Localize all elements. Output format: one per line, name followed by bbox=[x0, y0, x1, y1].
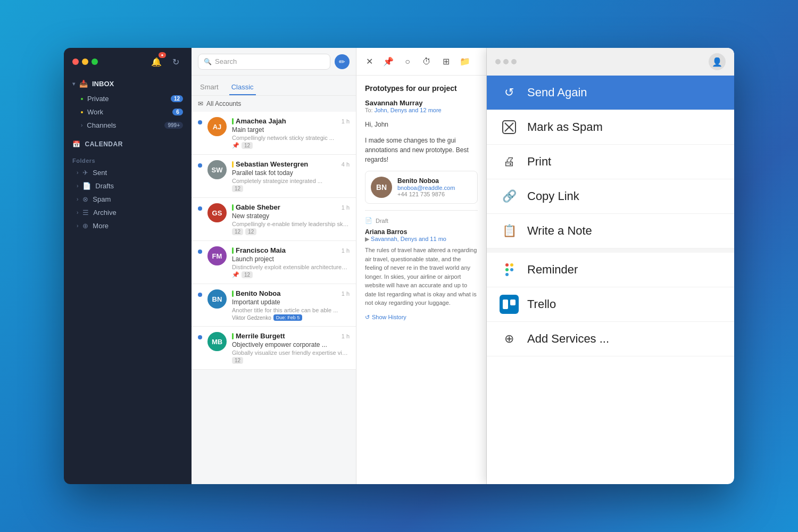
email-time: 4 h bbox=[342, 161, 350, 168]
folder-button[interactable]: 📁 bbox=[459, 55, 471, 68]
context-menu-add-services[interactable]: ⊕ Add Services ... bbox=[487, 322, 734, 356]
channels-label: Channels bbox=[87, 121, 116, 129]
email-item[interactable]: AJ Amachea Jajah 1 h Main target Compell… bbox=[192, 112, 356, 155]
email-meta: Viktor Gedzenko Due: Feb 5 bbox=[232, 314, 350, 321]
email-list-panel: 🔍 Search ✏ Smart Classic ✉ All Accounts … bbox=[192, 48, 356, 484]
traffic-lights bbox=[72, 59, 98, 65]
work-badge: 6 bbox=[172, 109, 183, 115]
minimize-button[interactable] bbox=[82, 59, 88, 65]
email-content: Merrile Burgett 1 h Objectively empower … bbox=[232, 332, 350, 364]
email-item[interactable]: MB Merrile Burgett 1 h Objectively empow… bbox=[192, 327, 356, 370]
unread-indicator bbox=[198, 163, 202, 168]
show-history-button[interactable]: ↺ Show History bbox=[365, 314, 478, 321]
to-recipients[interactable]: John, Denys and 12 more bbox=[375, 107, 442, 113]
sidebar-item-work[interactable]: Work 6 bbox=[64, 105, 192, 119]
channels-chevron-icon: › bbox=[81, 122, 82, 128]
sender-name: Savannah Murray bbox=[365, 99, 478, 107]
priority-indicator bbox=[232, 290, 234, 297]
write-note-icon: 📋 bbox=[500, 221, 519, 240]
context-menu-write-note[interactable]: 📋 Write a Note bbox=[487, 214, 734, 248]
email-envelope-icon: ✉ bbox=[198, 100, 203, 107]
spam-chevron-icon: › bbox=[77, 196, 78, 202]
menu-divider bbox=[487, 248, 734, 253]
inbox-label: INBOX bbox=[92, 80, 114, 88]
sidebar-item-channels[interactable]: › Channels 999+ bbox=[64, 119, 192, 132]
pin-button[interactable]: 📌 bbox=[382, 55, 395, 68]
email-subject: Parallel task fot today bbox=[232, 169, 350, 177]
sidebar-item-sent[interactable]: › ✈ Sent bbox=[64, 166, 192, 179]
tab-smart[interactable]: Smart bbox=[198, 80, 221, 95]
compose-button[interactable]: ✏ bbox=[335, 54, 350, 69]
unread-indicator bbox=[198, 250, 202, 254]
all-accounts-row: ✉ All Accounts bbox=[192, 96, 356, 112]
tab-classic[interactable]: Classic bbox=[229, 80, 256, 95]
email-item[interactable]: BN Benito Noboa 1 h Important update Ano… bbox=[192, 284, 356, 327]
private-badge: 12 bbox=[171, 95, 183, 102]
email-title: Prototypes for our project bbox=[365, 84, 478, 93]
email-item[interactable]: FM Francisco Maia 1 h Launch project Dis… bbox=[192, 241, 356, 284]
context-menu-header: 👤 bbox=[487, 48, 734, 76]
sidebar-item-more[interactable]: › ⊕ More bbox=[64, 219, 192, 232]
sidebar-item-archive[interactable]: › ☰ Archive bbox=[64, 206, 192, 219]
context-menu-send-again[interactable]: ↺ Send Again bbox=[487, 76, 734, 110]
refresh-button[interactable]: ↻ bbox=[168, 54, 183, 69]
draft-recipients[interactable]: Savannah, Denys and 11 mo bbox=[371, 236, 446, 242]
mark-spam-label: Mark as Spam bbox=[527, 120, 603, 134]
context-menu-mark-spam[interactable]: Mark as Spam bbox=[487, 110, 734, 145]
email-time: 1 h bbox=[342, 204, 350, 211]
email-item[interactable]: SW Sebastian Westergren 4 h Parallel tas… bbox=[192, 155, 356, 198]
avatar: AJ bbox=[207, 117, 227, 136]
close-button[interactable]: ✕ bbox=[363, 55, 376, 68]
context-menu-trello[interactable]: Trello bbox=[487, 287, 734, 322]
more-label: More bbox=[93, 222, 109, 230]
channels-badge: 999+ bbox=[164, 122, 183, 129]
maximize-button[interactable] bbox=[92, 59, 98, 65]
all-accounts-label: All Accounts bbox=[206, 100, 241, 107]
email-preview: Globally visualize user friendly experti… bbox=[232, 350, 350, 356]
email-count: 12 bbox=[232, 357, 243, 364]
email-time: 1 h bbox=[342, 333, 350, 339]
email-preview: Compellingly e-enable timely leadership … bbox=[232, 221, 350, 227]
email-count-2: 12 bbox=[245, 228, 256, 235]
circle-button[interactable]: ○ bbox=[401, 55, 414, 68]
archive-button[interactable]: ⊞ bbox=[439, 55, 452, 68]
sidebar-item-drafts[interactable]: › 📄 Drafts bbox=[64, 179, 192, 193]
email-time: 1 h bbox=[342, 118, 350, 124]
trello-icon bbox=[500, 295, 519, 314]
unread-indicator bbox=[198, 206, 202, 211]
context-menu-copy-link[interactable]: 🔗 Copy Link bbox=[487, 179, 734, 214]
email-list-header: 🔍 Search ✏ bbox=[192, 48, 356, 76]
email-meta: 12 12 bbox=[232, 228, 350, 235]
folders-label: Folders bbox=[64, 152, 192, 166]
email-sender: Benito Noboa bbox=[232, 289, 281, 297]
email-preview: Compellingly network sticky strategic ..… bbox=[232, 135, 350, 141]
sidebar-item-calendar[interactable]: 📅 CALENDAR bbox=[64, 136, 192, 152]
context-menu-print[interactable]: 🖨 Print bbox=[487, 145, 734, 179]
email-content: Amachea Jajah 1 h Main target Compelling… bbox=[232, 117, 350, 149]
sidebar-inbox[interactable]: ▾ 📥 INBOX bbox=[64, 76, 192, 92]
email-content: Gabie Sheber 1 h New strategy Compelling… bbox=[232, 203, 350, 235]
email-sender: Gabie Sheber bbox=[232, 203, 280, 211]
email-subject: Objectively empower corporate ... bbox=[232, 341, 350, 348]
sidebar-item-spam[interactable]: › ⊗ Spam bbox=[64, 193, 192, 206]
drafts-label: Drafts bbox=[95, 182, 114, 190]
priority-indicator bbox=[232, 247, 234, 254]
search-box[interactable]: 🔍 Search bbox=[198, 54, 330, 70]
clock-button[interactable]: ⏱ bbox=[420, 55, 433, 68]
email-item[interactable]: GS Gabie Sheber 1 h New strategy Compell… bbox=[192, 198, 356, 241]
sidebar: 🔔 ● ↻ ▾ 📥 INBOX Private 12 Work 6 bbox=[64, 48, 192, 484]
calendar-label: CALENDAR bbox=[85, 140, 123, 148]
notification-button[interactable]: 🔔 ● bbox=[149, 54, 164, 69]
avatar: GS bbox=[207, 203, 227, 222]
contact-avatar: BN bbox=[371, 177, 392, 198]
sender-info: Savannah Murray To: John, Denys and 12 m… bbox=[365, 99, 478, 113]
sidebar-item-private[interactable]: Private 12 bbox=[64, 92, 192, 105]
sidebar-header-icons: 🔔 ● ↻ bbox=[149, 54, 183, 69]
drafts-icon: 📄 bbox=[82, 182, 91, 190]
print-label: Print bbox=[527, 155, 551, 169]
email-sender: Merrile Burgett bbox=[232, 332, 285, 340]
close-button[interactable] bbox=[72, 59, 79, 65]
email-header-row: Amachea Jajah 1 h bbox=[232, 117, 350, 125]
context-menu-reminder[interactable]: Reminder bbox=[487, 253, 734, 287]
email-sender: Francisco Maia bbox=[232, 246, 286, 254]
